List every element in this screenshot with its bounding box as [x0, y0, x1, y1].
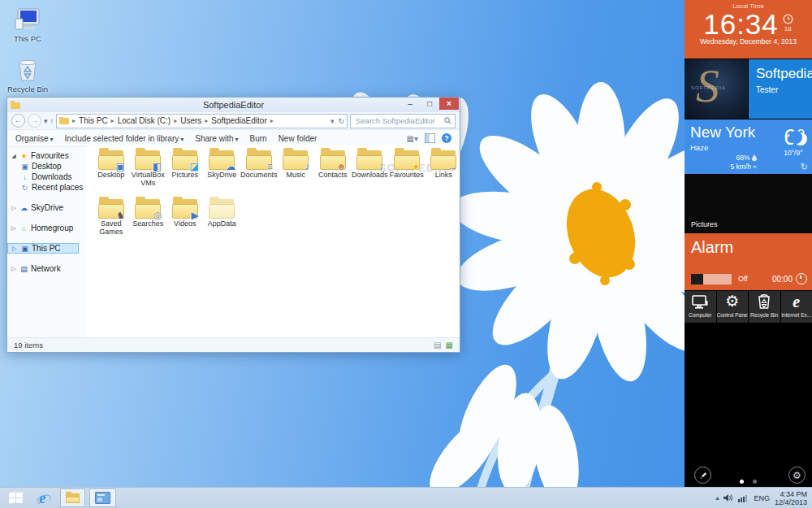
- maximize-button[interactable]: □: [420, 98, 439, 110]
- expander-icon[interactable]: ▷: [11, 225, 17, 232]
- tree-item-desktop[interactable]: ▣ Desktop: [7, 161, 86, 172]
- tray-expand-icon[interactable]: ▴: [715, 494, 719, 501]
- clock-widget[interactable]: Local Time 16:34 18 Wednesday, December …: [685, 0, 812, 59]
- address-folder-icon: [59, 117, 69, 124]
- tree-label: Network: [31, 264, 61, 273]
- tree-item-network[interactable]: ▷ ▤ Network: [7, 263, 86, 274]
- thumbnail-view-icon[interactable]: ▦: [446, 341, 453, 350]
- taskbar-internet-explorer[interactable]: e: [32, 489, 56, 506]
- new-folder-button[interactable]: New folder: [279, 134, 317, 143]
- breadcrumb-this-pc[interactable]: This PC: [79, 116, 108, 125]
- tree-item-downloads[interactable]: ↓ Downloads: [7, 172, 86, 182]
- include-in-library-menu[interactable]: Include selected folder in library▾: [65, 134, 184, 143]
- chevron-down-icon: ▾: [235, 136, 239, 143]
- folder-icon: ◎: [135, 198, 161, 219]
- search-box[interactable]: [350, 114, 456, 128]
- folder-overlay-icon: ♞: [116, 211, 125, 220]
- folder-item[interactable]: ◎ Searches: [130, 196, 167, 243]
- sidebar-settings-button[interactable]: ⚙: [788, 467, 806, 484]
- clock-date: Wednesday, December 4, 2013: [685, 37, 812, 46]
- search-input[interactable]: [354, 115, 444, 126]
- page-dot-active[interactable]: [740, 480, 744, 484]
- tree-item-homegroup[interactable]: ▷ ⌂ Homegroup: [7, 223, 86, 233]
- expander-icon[interactable]: ▷: [11, 266, 17, 272]
- tree-item-skydrive[interactable]: ▷ ☁ SkyDrive: [7, 202, 86, 213]
- app-tile-recycle-bin[interactable]: Recycle Bin: [749, 291, 780, 323]
- moon-icon: [794, 132, 807, 145]
- folder-item[interactable]: ◪ Pictures: [166, 147, 204, 194]
- up-button[interactable]: ↑: [50, 117, 54, 125]
- page-dot[interactable]: [753, 480, 757, 484]
- folder-item[interactable]: ▣ Desktop: [93, 147, 130, 194]
- refresh-icon[interactable]: ↻: [338, 117, 344, 125]
- expander-icon[interactable]: ▷: [11, 205, 17, 211]
- preview-pane-button[interactable]: [425, 133, 435, 143]
- expander-icon[interactable]: ▷: [11, 245, 18, 252]
- minimize-button[interactable]: –: [400, 98, 420, 110]
- weather-widget[interactable]: New York Haze 68% 5 km/h ≈ 6° 10°/9° ↻: [685, 119, 812, 174]
- folder-overlay-icon: ▶: [192, 211, 199, 220]
- breadcrumb-users[interactable]: Users: [180, 116, 201, 125]
- weather-humidity: 68%: [736, 154, 750, 162]
- folder-item[interactable]: ≡ Documents: [240, 147, 278, 194]
- softpedia-tester-tile[interactable]: Softpedia Tester: [749, 59, 812, 119]
- breadcrumb-current[interactable]: SoftpediaEditor: [211, 116, 266, 125]
- title-bar[interactable]: SoftpediaEditor – □ ×: [7, 98, 460, 112]
- folder-item[interactable]: ♪ Music: [278, 147, 315, 194]
- taskbar-app-active[interactable]: [89, 488, 116, 507]
- burn-button[interactable]: Burn: [250, 134, 267, 143]
- alarm-widget[interactable]: Alarm Off 00:00: [685, 233, 812, 290]
- pictures-tile[interactable]: Pictures: [685, 175, 812, 232]
- folder-overlay-icon: ↓: [378, 162, 383, 172]
- crumb-separator: ▸: [203, 117, 209, 124]
- expander-icon[interactable]: ◢: [11, 153, 17, 159]
- taskbar-file-explorer-active[interactable]: [60, 488, 85, 507]
- folder-icon: ▶: [172, 198, 198, 219]
- desktop-icon-label: This PC: [2, 34, 54, 43]
- tree-item-favourites[interactable]: ◢ ★ Favourites: [7, 150, 86, 161]
- search-icon: [444, 117, 451, 124]
- alarm-toggle[interactable]: [691, 274, 732, 284]
- desktop-icon-this-pc[interactable]: This PC: [2, 7, 54, 43]
- weather-refresh-icon[interactable]: ↻: [801, 162, 808, 172]
- close-button[interactable]: ×: [439, 98, 459, 110]
- folder-icon: ◪: [172, 149, 198, 170]
- folder-item[interactable]: AppData: [204, 196, 241, 243]
- folder-label: AppData: [204, 219, 241, 228]
- softpedia-image-tile[interactable]: S SOFTPEDIA: [685, 59, 748, 119]
- tree-item-recent-places[interactable]: ↻ Recent places: [7, 182, 86, 193]
- recent-pages-dropdown[interactable]: ▾: [44, 117, 48, 125]
- chevron-down-icon: ▾: [414, 134, 418, 143]
- app-tile-control-panel[interactable]: ⚙ Control Panel: [717, 291, 749, 323]
- folder-item[interactable]: ▶ Videos: [166, 196, 204, 243]
- help-button[interactable]: ?: [442, 133, 451, 143]
- folder-item[interactable]: ☁ SkyDrive: [204, 147, 241, 194]
- organise-menu[interactable]: Organise▾: [15, 134, 54, 143]
- desktop-icon-recycle-bin[interactable]: Recycle Bin: [2, 57, 54, 93]
- humidity-droplet-icon: [752, 154, 757, 161]
- folder-item[interactable]: ◧ VirtualBox VMs: [130, 147, 167, 194]
- breadcrumb-local-disk[interactable]: Local Disk (C:): [118, 116, 171, 125]
- volume-icon[interactable]: [723, 493, 733, 502]
- views-button[interactable]: ▦▾: [407, 134, 418, 143]
- tree-item-this-pc-selected[interactable]: ▷ ▣ This PC: [7, 243, 79, 254]
- recycle-bin-icon: [2, 57, 54, 83]
- app-tile-computer[interactable]: Computer: [685, 291, 716, 323]
- folder-item[interactable]: ♞ Saved Games: [93, 196, 130, 243]
- folder-icon: ★: [394, 149, 420, 170]
- app-tile-internet-explorer[interactable]: e Internet Ex...: [781, 291, 812, 323]
- network-icon[interactable]: [738, 493, 749, 502]
- address-dropdown-icon[interactable]: ▾: [330, 117, 335, 125]
- list-view-icon[interactable]: ▤: [434, 341, 441, 350]
- taskbar-clock[interactable]: 4:34 PM 12/4/2013: [775, 490, 807, 506]
- forward-button[interactable]: →: [28, 114, 41, 128]
- recent-places-icon: ↻: [20, 184, 29, 192]
- folder-item[interactable]: ↓ Downloads: [352, 147, 389, 194]
- address-breadcrumb[interactable]: ▸ This PC ▸ Local Disk (C:) ▸ Users ▸ So…: [56, 114, 348, 128]
- back-button[interactable]: ←: [11, 114, 25, 128]
- language-indicator[interactable]: ENG: [754, 494, 770, 502]
- folder-item[interactable]: ☻ Contacts: [314, 147, 352, 194]
- start-button[interactable]: [4, 489, 28, 506]
- share-with-menu[interactable]: Share with▾: [195, 134, 238, 143]
- file-explorer-icon: [66, 493, 80, 503]
